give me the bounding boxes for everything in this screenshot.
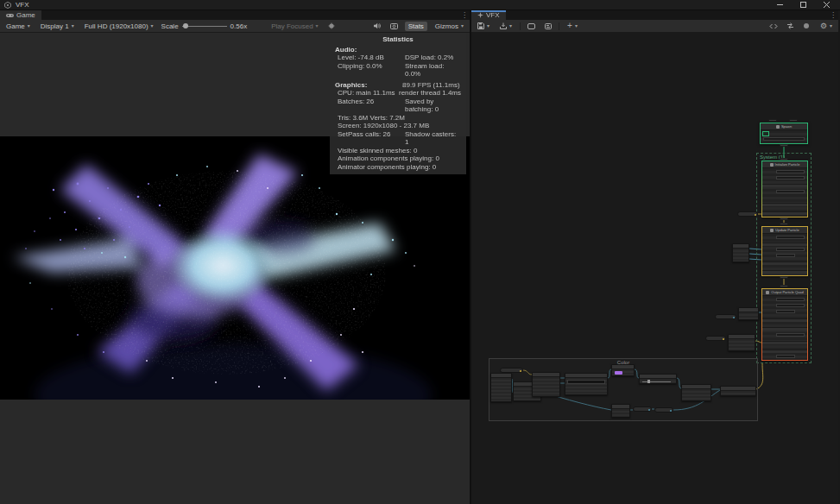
- flow-anchor[interactable]: [780, 217, 788, 220]
- operator-node[interactable]: [681, 384, 711, 401]
- particle-effect: [0, 136, 470, 400]
- operator-node[interactable]: [565, 373, 608, 395]
- property-pill[interactable]: [654, 407, 673, 413]
- operator-node[interactable]: [732, 243, 749, 262]
- caret-down-icon: ▾: [487, 23, 489, 28]
- audio-heading: Audio:: [335, 46, 461, 54]
- operator-node[interactable]: [639, 374, 677, 384]
- blackboard-toggle-icon[interactable]: [526, 22, 537, 31]
- context-spawn[interactable]: Spawn: [760, 123, 808, 144]
- property-pill[interactable]: [705, 336, 726, 341]
- unity-logo-icon: [4, 2, 11, 9]
- property-pill[interactable]: [715, 314, 736, 319]
- gizmos-dropdown[interactable]: Gizmos ▾: [433, 22, 466, 31]
- compile-icon: [500, 22, 507, 29]
- property-pill[interactable]: [633, 406, 652, 412]
- close-icon[interactable]: [817, 1, 836, 9]
- stat-cpu: CPU: main 11.1ms render thread 1.4ms: [335, 89, 461, 98]
- compile-button[interactable]: ▾: [497, 22, 515, 30]
- save-icon: [477, 22, 484, 29]
- window-titlebar: VFX: [0, 0, 840, 10]
- flow-anchor[interactable]: [780, 223, 788, 225]
- context-icon: [776, 125, 780, 129]
- operator-node[interactable]: [611, 364, 635, 376]
- stat-setpass: SetPass calls: 26: [338, 130, 405, 147]
- caret-down-icon: ▾: [830, 23, 832, 28]
- vfx-toolbar: ▾ ▾ + ▾: [471, 20, 838, 33]
- vfx-control-toggle-icon[interactable]: [542, 22, 553, 31]
- plus-icon: +: [567, 22, 572, 29]
- vfx-graph-canvas[interactable]: System (1) Spawn Initialize Particle: [471, 33, 838, 504]
- save-button[interactable]: ▾: [475, 22, 492, 30]
- color-swatch[interactable]: [615, 371, 622, 375]
- game-render: [0, 136, 470, 400]
- property-pill[interactable]: [500, 368, 523, 373]
- mute-audio-icon[interactable]: [372, 22, 383, 31]
- operator-node[interactable]: [611, 404, 630, 418]
- play-focused-dropdown[interactable]: Play Focused ▾: [268, 22, 320, 31]
- display-dropdown[interactable]: Display 1 ▾: [38, 22, 77, 31]
- context-output[interactable]: Output Particle Quad: [761, 288, 808, 361]
- operator-node[interactable]: [490, 373, 512, 402]
- stat-batches: Batches: 26: [338, 98, 405, 114]
- attach-icon[interactable]: [768, 22, 780, 31]
- unity-window: VFX Game ⋮ Game ▾: [0, 0, 840, 504]
- refresh-icon[interactable]: [785, 22, 796, 31]
- stat-tris: Tris: 3.6M Verts: 7.2M: [335, 114, 461, 123]
- settings-dropdown[interactable]: ⚙ ▾: [818, 22, 835, 31]
- operator-node[interactable]: [728, 334, 755, 351]
- vfx-asset-icon: [477, 12, 483, 18]
- caret-down-icon: ▾: [72, 23, 74, 28]
- add-node-button[interactable]: + ▾: [565, 22, 580, 30]
- tab-vfx[interactable]: VFX: [471, 10, 506, 20]
- spawn-block-tag: [762, 131, 769, 136]
- vfx-pane-menu-icon[interactable]: ⋮: [828, 10, 838, 20]
- tab-game[interactable]: Game: [0, 10, 41, 20]
- context-initialize[interactable]: Initialize Particle: [761, 161, 808, 217]
- scale-slider-track[interactable]: [182, 26, 227, 27]
- game-pane-menu-icon[interactable]: ⋮: [459, 10, 470, 20]
- flow-anchor[interactable]: [789, 119, 798, 122]
- resolution-dropdown[interactable]: Full HD (1920x1080) ▾: [82, 22, 156, 31]
- caret-down-icon: ▾: [461, 23, 464, 28]
- minimize-icon[interactable]: [770, 1, 789, 9]
- gear-icon: ⚙: [820, 22, 827, 30]
- property-pill[interactable]: [737, 211, 758, 217]
- context-update[interactable]: Update Particle: [761, 226, 808, 276]
- flow-anchor[interactable]: [768, 119, 777, 122]
- stat-skinned: Visible skinned meshes: 0: [335, 147, 461, 155]
- game-view[interactable]: Statistics Audio: Level: -74.8 dB DSP lo…: [0, 33, 470, 504]
- context-icon: [766, 291, 769, 294]
- gamepad-icon: [6, 13, 14, 18]
- operator-node[interactable]: [738, 307, 759, 320]
- flow-anchor[interactable]: [780, 276, 788, 279]
- vfx-pane: VFX ⋮ ▾ ▾: [471, 10, 838, 504]
- tab-vfx-label: VFX: [486, 11, 500, 19]
- flow-anchor[interactable]: [780, 285, 788, 287]
- flow-anchor[interactable]: [780, 144, 788, 147]
- screenshot-icon[interactable]: [388, 22, 400, 31]
- game-tabstrip: Game ⋮: [0, 10, 470, 20]
- game-pane: Game ⋮ Game ▾ Display 1 ▾ Full HD (1920x…: [0, 10, 471, 504]
- tab-game-label: Game: [16, 11, 35, 19]
- caret-down-icon: ▾: [151, 23, 154, 28]
- stat-shadow: Shadow casters: 1: [405, 130, 461, 147]
- operator-node[interactable]: [720, 386, 756, 396]
- stat-saved: Saved by batching: 0: [405, 98, 461, 114]
- frame-debugger-icon[interactable]: [326, 22, 338, 31]
- window-title: VFX: [16, 1, 29, 9]
- maximize-icon[interactable]: [793, 1, 812, 9]
- stats-toggle[interactable]: Stats: [405, 22, 427, 31]
- caret-down-icon: ▾: [28, 23, 30, 28]
- scale-slider-knob[interactable]: [183, 23, 188, 28]
- game-view-mode-dropdown[interactable]: Game ▾: [3, 22, 33, 31]
- scale-value: 0.56x: [231, 22, 248, 30]
- target-icon[interactable]: [801, 22, 812, 31]
- audio-level: Level: -74.8 dB: [338, 54, 405, 62]
- flow-anchor[interactable]: [780, 158, 788, 161]
- scale-slider[interactable]: Scale 0.56x: [161, 22, 248, 30]
- statistics-title: Statistics: [335, 35, 461, 44]
- context-icon: [770, 163, 774, 167]
- operator-node[interactable]: [532, 372, 560, 397]
- game-toolbar: Game ▾ Display 1 ▾ Full HD (1920x1080) ▾…: [0, 20, 470, 33]
